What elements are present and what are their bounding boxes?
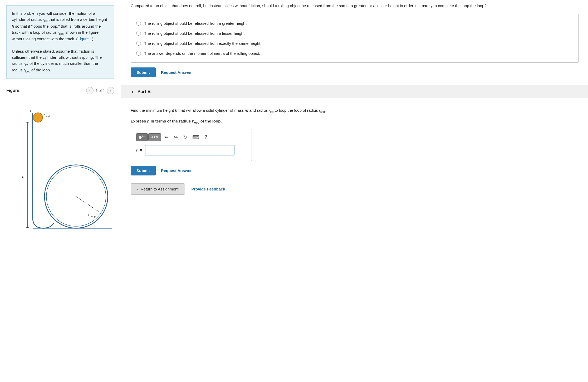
part-a-submit-button[interactable]: Submit [131,67,156,77]
figure-diagram: r cyl r loop [6,96,114,260]
part-b-request-answer-link[interactable]: Request Answer [161,168,192,173]
cylinder-ball [33,113,43,122]
rcyl-sub: cyl [46,115,50,118]
option-4[interactable]: The answer depends on the moment of iner… [136,48,573,58]
top-t-label: T [30,109,32,113]
rloop-label: r [88,213,89,217]
part-b-submit-button[interactable]: Submit [131,166,156,175]
part-a-section: Compared to an object that does not roll… [131,0,579,77]
option-3-radio[interactable] [136,41,141,46]
return-label: Return to Assignment [141,187,178,191]
return-to-assignment-button[interactable]: ‹ Return to Assignment [131,183,185,195]
part-b-section: Find the minimum height h that will allo… [131,105,579,175]
undo-button[interactable]: ↩ [163,133,170,141]
rloop-indicator [76,197,100,212]
figure-next-button[interactable]: › [107,87,114,94]
figure-section: Figure ‹ 1 of 1 › r cyl [6,84,114,377]
figure-header: Figure ‹ 1 of 1 › [6,84,114,96]
option-4-text: The answer depends on the moment of iner… [144,51,260,56]
figure-svg: r cyl r loop [6,96,114,254]
bottom-bar: ‹ Return to Assignment Provide Feedback [131,183,579,195]
right-panel: Compared to an object that does not roll… [121,0,588,382]
part-b-header[interactable]: ▼ Part B [121,85,588,98]
math-toolbar: ▮√□ ΑΣϕ ↩ ↪ ↻ ⌨ ? [136,133,246,141]
option-4-radio[interactable] [136,51,141,56]
part-b-collapse-icon[interactable]: ▼ [131,90,134,94]
ramp-curve [33,218,54,228]
keyboard-button[interactable]: ⌨ [191,133,201,141]
option-2[interactable]: The rolling object should be released fr… [136,28,573,38]
h-label-fig: h [22,174,24,179]
part-a-actions: Submit Request Answer [131,67,579,77]
option-1-radio[interactable] [136,21,141,26]
figure-count: 1 of 1 [96,89,105,93]
h-equals-label: h = [136,148,142,153]
acs-button[interactable]: ΑΣϕ [148,133,161,141]
fraction-sqrt-button[interactable]: ▮√□ [136,133,148,141]
part-a-request-answer-link[interactable]: Request Answer [161,70,192,75]
figure-prev-button[interactable]: ‹ [86,87,94,94]
option-3-text: The rolling object should be released fr… [144,41,261,46]
refresh-button[interactable]: ↻ [182,133,189,141]
part-b-title: Part B [138,89,151,94]
return-arrow-icon: ‹ [137,187,139,191]
figure-navigation: ‹ 1 of 1 › [86,87,114,94]
problem-description: In this problem you will consider the mo… [6,5,114,79]
option-2-radio[interactable] [136,31,141,36]
redo-button[interactable]: ↪ [172,133,179,141]
problem-paragraph-1: In this problem you will consider the mo… [12,10,109,42]
part-a-question: Compared to an object that does not roll… [131,0,579,9]
figure-link[interactable]: Figure 1 [77,37,92,41]
rloop-sub: loop [91,215,96,218]
part-b-express: Express h in terms of the radius rloop o… [131,119,579,124]
provide-feedback-link[interactable]: Provide Feedback [191,187,225,191]
left-panel: In this problem you will consider the mo… [0,0,121,382]
options-box: The rolling object should be released fr… [131,14,579,63]
help-button[interactable]: ? [203,133,209,141]
option-1[interactable]: The rolling object should be released fr… [136,18,573,28]
part-b-actions: Submit Request Answer [131,166,579,175]
option-1-text: The rolling object should be released fr… [144,21,248,26]
math-input-row: h = [136,145,246,155]
math-input-container: ▮√□ ΑΣϕ ↩ ↪ ↻ ⌨ ? h = [131,129,252,161]
figure-title: Figure [6,88,19,93]
math-answer-input[interactable] [145,145,234,155]
rcyl-label: r [44,113,45,117]
option-2-text: The rolling object should be released fr… [144,31,246,36]
option-3[interactable]: The rolling object should be released fr… [136,38,573,48]
part-b-question: Find the minimum height h that will allo… [131,105,579,114]
problem-paragraph-2: Unless otherwise stated, assume that fri… [12,48,109,74]
math-btn-group: ▮√□ ΑΣϕ [136,133,161,141]
